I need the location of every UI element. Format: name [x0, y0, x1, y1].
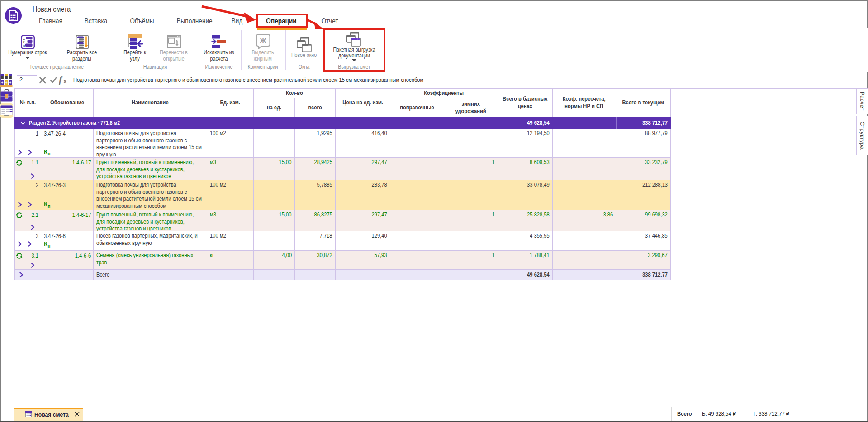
svg-text:x: x [63, 78, 67, 84]
